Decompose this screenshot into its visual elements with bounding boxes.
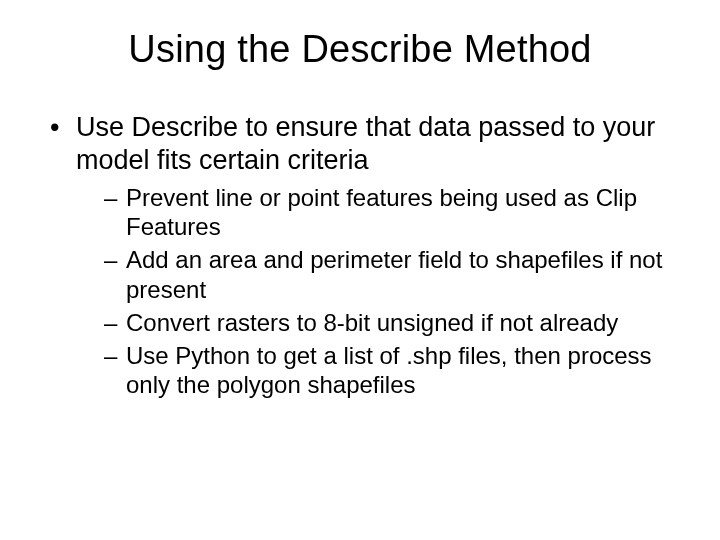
bullet-text: Convert rasters to 8-bit unsigned if not… <box>126 309 618 336</box>
slide-title: Using the Describe Method <box>38 28 682 71</box>
list-item: Add an area and perimeter field to shape… <box>104 245 682 304</box>
list-item: Prevent line or point features being use… <box>104 183 682 242</box>
bullet-list-level2: Prevent line or point features being use… <box>76 183 682 400</box>
slide: Using the Describe Method Use Describe t… <box>0 0 720 540</box>
list-item: Use Describe to ensure that data passed … <box>50 111 682 400</box>
bullet-text: Add an area and perimeter field to shape… <box>126 246 662 302</box>
bullet-text: Use Describe to ensure that data passed … <box>76 112 655 175</box>
bullet-list-level1: Use Describe to ensure that data passed … <box>38 111 682 400</box>
bullet-text: Use Python to get a list of .shp files, … <box>126 342 652 398</box>
list-item: Use Python to get a list of .shp files, … <box>104 341 682 400</box>
list-item: Convert rasters to 8-bit unsigned if not… <box>104 308 682 337</box>
bullet-text: Prevent line or point features being use… <box>126 184 637 240</box>
